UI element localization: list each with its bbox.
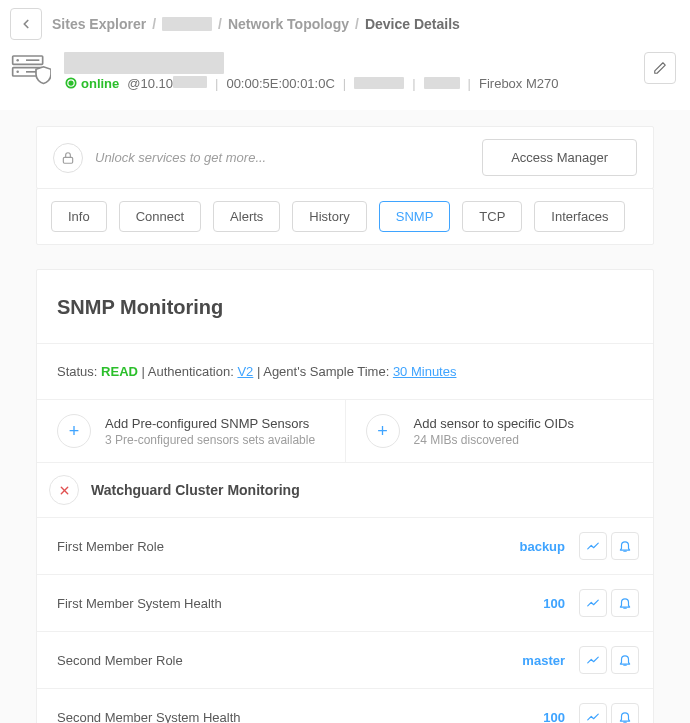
edit-device-button[interactable] bbox=[644, 52, 676, 84]
sensor-row: First Member System Health 100 bbox=[37, 575, 653, 632]
tab-history[interactable]: History bbox=[292, 201, 366, 232]
breadcrumb-sep: / bbox=[152, 16, 156, 32]
add-oid-sensor[interactable]: + Add sensor to specific OIDs 24 MIBs di… bbox=[345, 400, 654, 462]
sensor-row: Second Member System Health 100 bbox=[37, 689, 653, 723]
device-tabs: Info Connect Alerts History SNMP TCP Int… bbox=[36, 188, 654, 245]
sensor-alert-button[interactable] bbox=[611, 532, 639, 560]
device-type-icon bbox=[10, 50, 52, 92]
add-pre-sub: 3 Pre-configured sensors sets available bbox=[105, 433, 315, 447]
sensor-group-title: Watchguard Cluster Monitoring bbox=[91, 482, 300, 498]
device-ip: @10.10 bbox=[127, 76, 207, 91]
tab-alerts[interactable]: Alerts bbox=[213, 201, 280, 232]
breadcrumb-sep: / bbox=[218, 16, 222, 32]
bell-icon bbox=[618, 596, 632, 610]
chart-icon bbox=[586, 539, 600, 553]
tab-connect[interactable]: Connect bbox=[119, 201, 201, 232]
chart-icon bbox=[586, 710, 600, 723]
sensor-label: First Member System Health bbox=[57, 596, 543, 611]
auth-link[interactable]: V2 bbox=[237, 364, 253, 379]
sensor-value: 100 bbox=[543, 596, 565, 611]
device-ip-prefix: @10.10 bbox=[127, 76, 173, 91]
breadcrumb: Sites Explorer / / Network Topology / De… bbox=[52, 16, 460, 32]
lock-icon bbox=[53, 143, 83, 173]
unlock-text: Unlock services to get more... bbox=[95, 150, 470, 165]
device-field-redacted bbox=[424, 77, 460, 89]
device-ip-redacted bbox=[173, 76, 207, 88]
snmp-heading: SNMP Monitoring bbox=[37, 270, 653, 344]
sensor-value: 100 bbox=[543, 710, 565, 724]
tab-tcp[interactable]: TCP bbox=[462, 201, 522, 232]
device-field-redacted bbox=[354, 77, 404, 89]
svg-point-3 bbox=[16, 71, 19, 74]
tab-snmp[interactable]: SNMP bbox=[379, 201, 451, 232]
meta-sep: | bbox=[412, 76, 415, 91]
snmp-status-line: Status: READ | Authentication: V2 | Agen… bbox=[37, 344, 653, 400]
device-status-label: online bbox=[81, 76, 119, 91]
add-oid-title: Add sensor to specific OIDs bbox=[414, 416, 574, 431]
breadcrumb-topology[interactable]: Network Topology bbox=[228, 16, 349, 32]
add-oid-sub: 24 MIBs discovered bbox=[414, 433, 574, 447]
meta-sep: | bbox=[343, 76, 346, 91]
sample-link[interactable]: 30 Minutes bbox=[393, 364, 457, 379]
breadcrumb-current: Device Details bbox=[365, 16, 460, 32]
online-icon bbox=[64, 76, 78, 90]
bell-icon bbox=[618, 539, 632, 553]
auth-label: | Authentication: bbox=[138, 364, 238, 379]
sensor-label: First Member Role bbox=[57, 539, 519, 554]
sensor-chart-button[interactable] bbox=[579, 703, 607, 723]
sensor-row: First Member Role backup bbox=[37, 518, 653, 575]
add-preconfigured-sensors[interactable]: + Add Pre-configured SNMP Sensors 3 Pre-… bbox=[37, 400, 345, 462]
svg-point-7 bbox=[69, 81, 73, 85]
device-mac: 00:00:5E:00:01:0C bbox=[226, 76, 334, 91]
device-meta: online @10.10 | 00:00:5E:00:01:0C | | | … bbox=[64, 76, 676, 91]
pencil-icon bbox=[653, 61, 667, 75]
plus-icon: + bbox=[57, 414, 91, 448]
plus-icon: + bbox=[366, 414, 400, 448]
sensor-value: master bbox=[522, 653, 565, 668]
bell-icon bbox=[618, 653, 632, 667]
sensor-alert-button[interactable] bbox=[611, 589, 639, 617]
svg-point-2 bbox=[16, 59, 19, 62]
sensor-label: Second Member Role bbox=[57, 653, 522, 668]
tab-interfaces[interactable]: Interfaces bbox=[534, 201, 625, 232]
breadcrumb-sep: / bbox=[355, 16, 359, 32]
access-manager-button[interactable]: Access Manager bbox=[482, 139, 637, 176]
sensor-alert-button[interactable] bbox=[611, 646, 639, 674]
svg-rect-8 bbox=[63, 157, 72, 163]
chart-icon bbox=[586, 653, 600, 667]
remove-group-button[interactable] bbox=[49, 475, 79, 505]
chevron-left-icon bbox=[19, 17, 33, 31]
device-name-redacted bbox=[64, 52, 224, 74]
add-pre-title: Add Pre-configured SNMP Sensors bbox=[105, 416, 315, 431]
sensor-alert-button[interactable] bbox=[611, 703, 639, 723]
breadcrumb-site-redacted[interactable] bbox=[162, 17, 212, 31]
bell-icon bbox=[618, 710, 632, 723]
device-model: Firebox M270 bbox=[479, 76, 558, 91]
back-button[interactable] bbox=[10, 8, 42, 40]
sample-label: | Agent's Sample Time: bbox=[253, 364, 393, 379]
sensor-value: backup bbox=[519, 539, 565, 554]
close-icon bbox=[59, 485, 70, 496]
chart-icon bbox=[586, 596, 600, 610]
status-value: READ bbox=[101, 364, 138, 379]
sensor-row: Second Member Role master bbox=[37, 632, 653, 689]
tab-info[interactable]: Info bbox=[51, 201, 107, 232]
sensor-chart-button[interactable] bbox=[579, 646, 607, 674]
sensor-chart-button[interactable] bbox=[579, 532, 607, 560]
meta-sep: | bbox=[215, 76, 218, 91]
breadcrumb-root[interactable]: Sites Explorer bbox=[52, 16, 146, 32]
status-label: Status: bbox=[57, 364, 101, 379]
meta-sep: | bbox=[468, 76, 471, 91]
sensor-label: Second Member System Health bbox=[57, 710, 543, 724]
sensor-chart-button[interactable] bbox=[579, 589, 607, 617]
device-status: online bbox=[64, 76, 119, 91]
